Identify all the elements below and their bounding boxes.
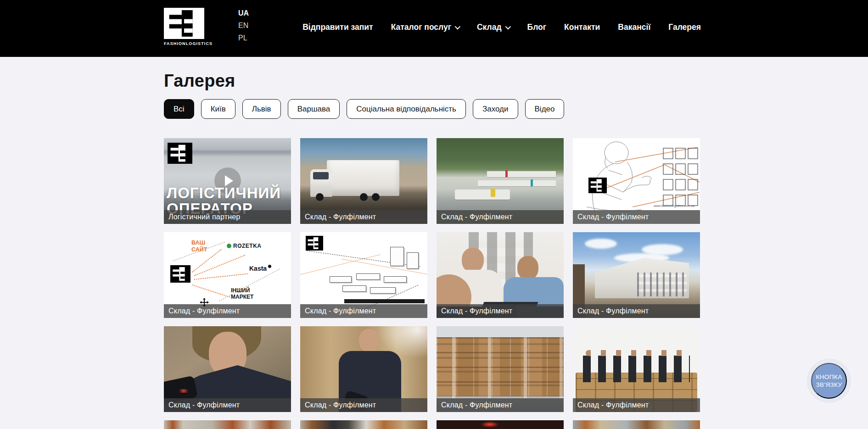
truck-wheel (360, 193, 368, 201)
lang-pl[interactable]: PL (238, 34, 249, 42)
building-windows (637, 273, 687, 296)
aerial-accent (531, 179, 533, 186)
diagram-arrow (192, 284, 230, 297)
gallery-card[interactable]: Склад - Фулфілмент (573, 232, 700, 318)
aerial-accent (505, 170, 508, 177)
gallery-card[interactable]: Склад - Фулфілмент (164, 326, 291, 412)
contact-button-halo: КНОПКА ЗВ'ЯЗКУ (806, 358, 851, 403)
red-light (481, 421, 499, 428)
scanner-laser (178, 389, 190, 393)
fashionlogistics-logo-icon (170, 265, 190, 283)
card-caption: Склад - Фулфілмент (573, 304, 700, 318)
gallery-card[interactable]: Склад - Фулфілмент (300, 326, 427, 412)
logo[interactable]: FASHIONLOGISTICS (164, 8, 205, 46)
nav-vacancies[interactable]: Вакансії (618, 22, 650, 32)
truck-trailer (327, 160, 399, 196)
diagram-arrow (194, 255, 246, 276)
chevron-down-icon (505, 23, 511, 29)
person (517, 256, 538, 280)
nav-contacts[interactable]: Контакти (564, 22, 600, 32)
cloud (585, 239, 617, 249)
plan-shelf (330, 276, 352, 283)
fashionlogistics-logo-icon (164, 8, 204, 39)
diagram-arrow (194, 273, 248, 280)
fashionlogistics-logo-icon (306, 236, 323, 251)
nav-label: Склад (477, 22, 502, 32)
fashionlogistics-logo-icon (588, 178, 607, 193)
truck-wheel (316, 193, 324, 201)
card-caption: Склад - Фулфілмент (300, 398, 427, 412)
plan-shelf (342, 285, 366, 292)
card-caption: Склад - Фулфілмент (573, 210, 700, 224)
aerial-accent (491, 189, 495, 197)
gallery-card[interactable]: Склад - Фулфілмент (437, 232, 564, 318)
person (462, 248, 484, 273)
nav-send-request[interactable]: Відправити запит (302, 22, 373, 32)
card-caption: Склад - Фулфілмент (437, 398, 564, 412)
gallery-card[interactable]: Склад - Фулфілмент (300, 232, 427, 318)
nav-gallery[interactable]: Галерея (668, 22, 701, 32)
team-members (586, 350, 687, 356)
nav-label: Контакти (564, 22, 600, 32)
gallery-card-partial[interactable] (437, 420, 564, 429)
filter-all[interactable]: Всі (164, 99, 194, 119)
diagram-label-kasta: Kasta (249, 265, 271, 272)
contact-button[interactable]: КНОПКА ЗВ'ЯЗКУ (811, 363, 847, 399)
truck-cab (310, 169, 332, 197)
gallery-card-partial[interactable] (573, 420, 700, 429)
nav-label: Каталог послуг (391, 22, 451, 32)
card-caption: Склад - Фулфілмент (573, 398, 700, 412)
gallery-filters: Всі Київ Львів Варшава Соціальна відпові… (164, 99, 564, 119)
lang-en[interactable]: EN (238, 22, 249, 30)
filter-lviv[interactable]: Львів (242, 99, 281, 119)
gallery-card-partial[interactable] (164, 420, 291, 429)
nav-label: Блог (527, 22, 546, 32)
filter-social-responsibility[interactable]: Соціальна відповідальність (347, 99, 466, 119)
fashionlogistics-logo-icon (168, 143, 192, 164)
nav-services-catalog[interactable]: Каталог послуг (391, 22, 459, 32)
nav-warehouse[interactable]: Склад (477, 22, 510, 32)
gallery-card-video[interactable]: ЛОГІСТИЧНИЙ ОПЕРАТОР Логістичний партнер (164, 138, 291, 224)
page-title: Галерея (164, 71, 235, 91)
gallery-card[interactable]: Склад - Фулфілмент (573, 326, 700, 412)
card-caption: Склад - Фулфілмент (437, 210, 564, 224)
website-url: www.fashionlogistics.com.ua (654, 204, 694, 207)
aerial-building (455, 189, 510, 200)
plan-shelf (384, 276, 407, 283)
plan-cabinet (390, 247, 404, 266)
gallery-card[interactable]: Склад - Фулфілмент (300, 138, 427, 224)
nav-blog[interactable]: Блог (527, 22, 546, 32)
aerial-building (478, 180, 556, 186)
chevron-down-icon (455, 23, 461, 29)
gallery-card[interactable]: ВАШ САЙТ ROZETKA Kasta ІНШИЙ МАРКЕТ Скла… (164, 232, 291, 318)
gallery-card-partial[interactable] (300, 420, 427, 429)
nav-label: Галерея (668, 22, 701, 32)
filter-warsaw[interactable]: Варшава (288, 99, 340, 119)
card-caption: Склад - Фулфілмент (300, 210, 427, 224)
gallery-card[interactable]: Склад - Фулфілмент (437, 326, 564, 412)
team-members (583, 356, 690, 382)
box-labels (437, 337, 564, 398)
gallery-card[interactable]: www.fashionlogistics.com.ua Склад - Фулф… (573, 138, 700, 224)
contact-button-line2: ЗВ'ЯЗКУ (816, 381, 842, 389)
diagram-label-rozetka: ROZETKA (227, 243, 262, 249)
person (359, 329, 379, 352)
main-nav: Відправити запит Каталог послуг Склад Бл… (302, 0, 701, 54)
filter-video[interactable]: Відео (525, 99, 565, 119)
card-caption: Склад - Фулфілмент (164, 398, 291, 412)
diagram-line (300, 254, 381, 275)
filter-events[interactable]: Заходи (473, 99, 518, 119)
card-caption: Склад - Фулфілмент (437, 304, 564, 318)
lang-ua[interactable]: UA (238, 9, 249, 17)
contact-button-line1: КНОПКА (816, 373, 842, 381)
gallery-card[interactable]: Склад - Фулфілмент (437, 138, 564, 224)
plan-shelf (356, 273, 380, 280)
aerial-building (487, 171, 556, 177)
filter-kyiv[interactable]: Київ (201, 99, 235, 119)
language-switcher: UA EN PL (238, 9, 249, 42)
plan-conveyor (344, 299, 425, 303)
plan-shelf (370, 287, 396, 294)
truck-wheel (372, 193, 380, 201)
brand-text: FASHIONLOGISTICS (164, 41, 205, 46)
card-caption: Склад - Фулфілмент (300, 304, 427, 318)
